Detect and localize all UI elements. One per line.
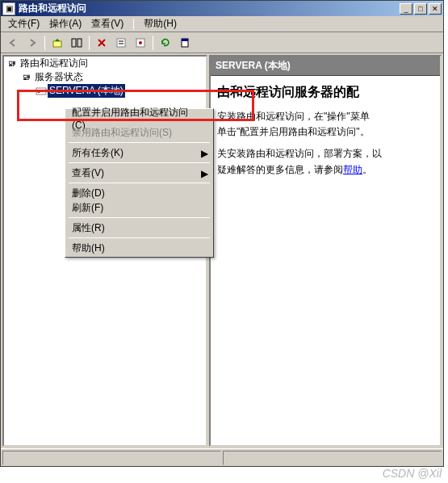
ctx-sep	[69, 237, 210, 238]
watermark: CSDN @Xil	[383, 467, 442, 480]
nav-fwd-button[interactable]	[23, 34, 41, 52]
tree-server-label: SERVERA (本地)	[48, 84, 125, 98]
delete-button[interactable]	[93, 34, 111, 52]
svg-rect-0	[53, 41, 61, 47]
window-controls: _ □ ✕	[400, 3, 442, 15]
ctx-configure[interactable]: 配置并启用路由和远程访问(C)	[67, 111, 211, 125]
ctx-sep	[69, 183, 210, 183]
svg-rect-1	[72, 39, 76, 47]
tree-server-item[interactable]: SERVERA (本地)	[4, 84, 206, 98]
content-title: 由和远程访问服务器的配	[217, 84, 433, 101]
stop-button[interactable]	[176, 34, 194, 52]
context-menu: 配置并启用路由和远程访问(C) 禁用路由和远程访问(S) 所有任务(K) ▶ 查…	[65, 108, 214, 258]
server-icon: 🖳	[6, 58, 19, 69]
ctx-refresh[interactable]: 刷新(F)	[67, 200, 211, 215]
menu-help[interactable]: 帮助(H)	[139, 15, 182, 32]
tree-root-label: 路由和远程访问	[19, 57, 90, 70]
ctx-all-tasks[interactable]: 所有任务(K) ▶	[67, 145, 211, 160]
minimize-button[interactable]: _	[400, 3, 412, 15]
menu-view[interactable]: 查看(V)	[86, 15, 128, 32]
content-para1: 安装路由和远程访问，在"操作"菜单 单击"配置并启用路由和远程访问"。	[217, 109, 433, 140]
svg-rect-3	[117, 39, 125, 47]
content-para2: 关安装路由和远程访问，部署方案，以 疑难解答的更多信息，请参阅帮助。	[217, 146, 433, 177]
maximize-button[interactable]: □	[414, 3, 427, 15]
menu-action[interactable]: 操作(A)	[44, 15, 86, 32]
toolbar-sep	[44, 36, 45, 50]
toolbar-sep	[89, 36, 90, 50]
ctx-disable: 禁用路由和远程访问(S)	[67, 125, 211, 140]
properties-button[interactable]	[112, 34, 130, 52]
export-button[interactable]	[132, 34, 149, 52]
ctx-delete[interactable]: 删除(D)	[67, 186, 211, 200]
menubar: 文件(F) 操作(A) 查看(V) 帮助(H)	[1, 16, 443, 32]
title-text: 路由和远程访问	[19, 2, 400, 15]
ctx-properties[interactable]: 属性(R)	[67, 220, 211, 235]
svg-rect-2	[77, 39, 82, 47]
menu-separator	[133, 19, 134, 30]
submenu-arrow-icon: ▶	[201, 148, 208, 159]
status-icon: 🖳	[20, 72, 33, 83]
status-cell	[223, 451, 442, 465]
ctx-sep	[69, 142, 210, 143]
svg-rect-9	[182, 39, 188, 41]
ctx-help[interactable]: 帮助(H)	[67, 241, 211, 255]
status-cell	[2, 451, 221, 465]
close-button[interactable]: ✕	[429, 3, 442, 15]
ctx-all-tasks-label: 所有任务(K)	[72, 146, 124, 160]
content-panel: SERVERA (本地) 由和远程访问服务器的配 安装路由和远程访问，在"操作"…	[209, 55, 442, 447]
submenu-arrow-icon: ▶	[201, 168, 208, 179]
ctx-sep	[69, 217, 210, 218]
help-link[interactable]: 帮助	[343, 164, 362, 175]
content-body: 由和远程访问服务器的配 安装路由和远程访问，在"操作"菜单 单击"配置并启用路由…	[211, 76, 440, 192]
titlebar[interactable]: ▣ 路由和远程访问 _ □ ✕	[1, 1, 443, 16]
show-hide-button[interactable]	[68, 34, 86, 52]
server-node-icon	[35, 86, 48, 97]
svg-point-11	[37, 90, 40, 93]
refresh-button[interactable]	[157, 34, 174, 52]
app-icon: ▣	[2, 2, 15, 15]
toolbar-sep	[153, 36, 153, 50]
ctx-view[interactable]: 查看(V) ▶	[67, 166, 211, 180]
tree-status-label: 服务器状态	[33, 70, 85, 84]
content-header: SERVERA (本地)	[211, 57, 440, 76]
tree-root[interactable]: 🖳 路由和远程访问	[4, 57, 206, 70]
up-button[interactable]	[48, 34, 66, 52]
svg-point-7	[139, 41, 142, 44]
ctx-view-label: 查看(V)	[72, 166, 104, 180]
tree-status-item[interactable]: 🖳 服务器状态	[4, 70, 206, 84]
toolbar	[1, 32, 443, 53]
statusbar	[1, 448, 443, 466]
nav-back-button[interactable]	[4, 34, 22, 52]
ctx-sep	[69, 162, 210, 163]
menu-file[interactable]: 文件(F)	[3, 15, 44, 32]
